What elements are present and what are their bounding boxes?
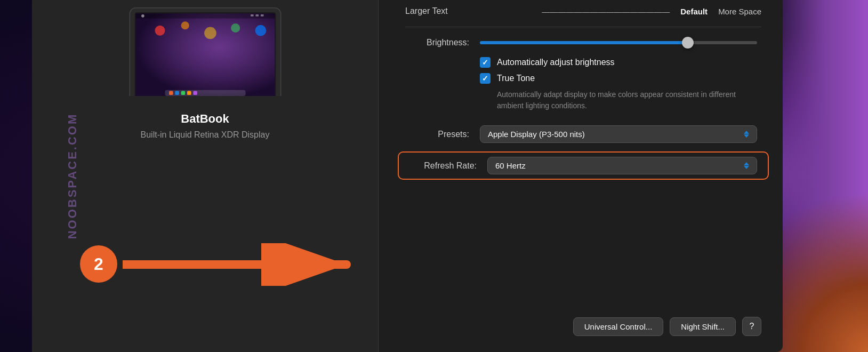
refresh-rate-row: Refresh Rate: 60 Hertz: [398, 151, 769, 180]
presets-arrows: [744, 131, 749, 138]
device-name: BatBook: [181, 112, 229, 126]
auto-brightness-checkbox[interactable]: ✓: [480, 57, 491, 68]
refresh-chevron-up-icon: [744, 162, 749, 165]
brightness-row: Brightness:: [405, 38, 761, 47]
refresh-chevron-down-icon: [744, 166, 749, 169]
resolution-default: Default: [680, 7, 708, 16]
night-shift-button[interactable]: Night Shift...: [670, 317, 736, 336]
resolution-row: Larger Text ———————————————— Default Mor…: [405, 0, 761, 27]
brightness-slider[interactable]: [480, 41, 757, 44]
svg-rect-8: [187, 91, 191, 95]
svg-rect-5: [169, 91, 173, 95]
resolution-options: ———————————————— Default More Space: [542, 7, 761, 16]
universal-control-button[interactable]: Universal Control...: [573, 317, 664, 336]
presets-dropdown[interactable]: Apple Display (P3-500 nits): [480, 125, 757, 143]
refresh-rate-value: 60 Hertz: [495, 161, 526, 170]
device-subtitle: Built-in Liquid Retina XDR Display: [141, 130, 270, 140]
svg-rect-13: [255, 14, 259, 17]
chevron-up-icon: [744, 131, 749, 134]
resolution-more: More Space: [718, 7, 761, 16]
refresh-rate-dropdown[interactable]: 60 Hertz: [487, 157, 757, 174]
check-icon: ✓: [482, 58, 488, 67]
main-panel: BatBook Built-in Liquid Retina XDR Displ…: [32, 0, 783, 352]
svg-point-11: [141, 14, 144, 18]
arrow-annotation: [123, 243, 368, 288]
true-tone-label: True Tone: [497, 74, 535, 83]
device-preview: [115, 0, 296, 96]
presets-row: Presets: Apple Display (P3-500 nits): [405, 125, 761, 143]
svg-rect-7: [181, 91, 185, 95]
watermark: NOOBSPACE.COM: [66, 113, 79, 239]
true-tone-description: Automatically adapt display to make colo…: [497, 89, 753, 111]
brightness-thumb[interactable]: [682, 37, 694, 49]
macbook-illustration: [115, 5, 296, 96]
svg-point-19: [255, 25, 266, 36]
svg-point-16: [181, 21, 189, 29]
presets-label: Presets:: [405, 130, 469, 139]
check-icon-2: ✓: [482, 74, 488, 83]
help-button[interactable]: ?: [742, 317, 761, 336]
true-tone-row: ✓ True Tone: [480, 73, 761, 84]
resolution-text: ————————————————: [542, 7, 670, 16]
refresh-rate-label: Refresh Rate:: [405, 161, 477, 171]
svg-point-17: [204, 27, 216, 39]
resolution-text-label: Larger Text: [405, 6, 448, 16]
svg-rect-10: [135, 13, 275, 18]
svg-rect-3: [135, 13, 275, 96]
chevron-down-icon: [744, 134, 749, 138]
left-pane: BatBook Built-in Liquid Retina XDR Displ…: [32, 0, 379, 352]
svg-rect-6: [175, 91, 179, 95]
bottom-buttons: Universal Control... Night Shift... ?: [405, 311, 761, 336]
brightness-label: Brightness:: [405, 38, 469, 47]
presets-value: Apple Display (P3-500 nits): [488, 130, 585, 139]
auto-brightness-row: ✓ Automatically adjust brightness: [480, 57, 761, 68]
true-tone-checkbox[interactable]: ✓: [480, 73, 491, 84]
svg-rect-14: [260, 14, 263, 17]
right-pane: Larger Text ———————————————— Default Mor…: [379, 0, 783, 352]
svg-rect-12: [251, 14, 254, 17]
checkbox-section: ✓ Automatically adjust brightness ✓ True…: [480, 57, 761, 120]
svg-point-18: [231, 23, 240, 33]
svg-rect-9: [193, 91, 197, 95]
step-badge: 2: [80, 245, 117, 283]
svg-point-15: [155, 26, 165, 36]
refresh-arrows: [744, 162, 749, 169]
auto-brightness-label: Automatically adjust brightness: [497, 58, 615, 67]
